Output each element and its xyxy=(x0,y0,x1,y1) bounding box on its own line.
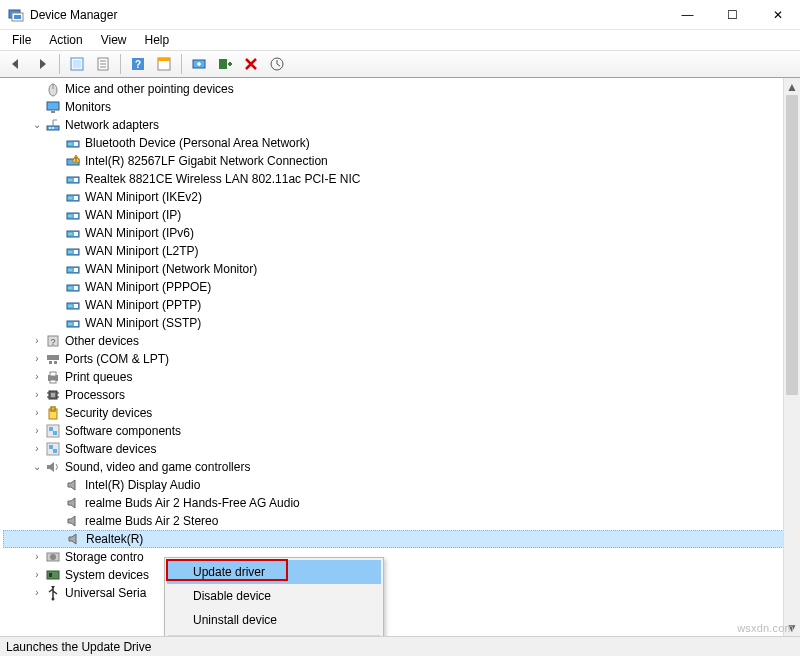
tree-item[interactable]: WAN Miniport (SSTP) xyxy=(3,314,800,332)
expand-icon[interactable]: › xyxy=(31,587,43,599)
view-options-button[interactable] xyxy=(265,53,289,75)
tree-item-label: Security devices xyxy=(65,404,152,422)
back-button[interactable] xyxy=(4,53,28,75)
tree-item[interactable]: ›Storage contro xyxy=(3,548,800,566)
tree-item[interactable]: WAN Miniport (PPTP) xyxy=(3,296,800,314)
details-button[interactable] xyxy=(152,53,176,75)
tree-item[interactable]: ›Ports (COM & LPT) xyxy=(3,350,800,368)
tree-item[interactable]: Intel(R) Display Audio xyxy=(3,476,800,494)
close-button[interactable]: ✕ xyxy=(755,0,800,29)
expand-icon[interactable]: › xyxy=(31,335,43,347)
tree-item-label: Intel(R) 82567LF Gigabit Network Connect… xyxy=(85,152,328,170)
svg-rect-90 xyxy=(49,573,52,577)
svg-rect-74 xyxy=(51,393,55,397)
uninstall-button[interactable] xyxy=(239,53,263,75)
svg-rect-72 xyxy=(50,380,56,383)
nic-icon xyxy=(65,243,81,259)
expand-placeholder xyxy=(52,533,64,545)
minimize-button[interactable]: — xyxy=(665,0,710,29)
tree-item[interactable]: ›Print queues xyxy=(3,368,800,386)
tree-item[interactable]: Realtek 8821CE Wireless LAN 802.11ac PCI… xyxy=(3,170,800,188)
expand-icon[interactable]: › xyxy=(31,551,43,563)
update-driver-button[interactable] xyxy=(187,53,211,75)
storage-icon xyxy=(45,549,61,565)
tree-item[interactable]: ›Universal Seria xyxy=(3,584,800,602)
forward-button[interactable] xyxy=(30,53,54,75)
help-button[interactable]: ? xyxy=(126,53,150,75)
svg-rect-48 xyxy=(74,250,78,254)
scan-hardware-button[interactable] xyxy=(213,53,237,75)
tree-item-label: WAN Miniport (IKEv2) xyxy=(85,188,202,206)
tree-item[interactable]: ⌄Sound, video and game controllers xyxy=(3,458,800,476)
tree-item[interactable]: ›Software components xyxy=(3,422,800,440)
svg-rect-89 xyxy=(47,571,59,579)
collapse-icon[interactable]: ⌄ xyxy=(31,461,43,473)
expand-icon[interactable]: › xyxy=(31,353,43,365)
expand-icon[interactable]: › xyxy=(31,407,43,419)
tree-item[interactable]: ›System devices xyxy=(3,566,800,584)
tree-item[interactable]: !Intel(R) 82567LF Gigabit Network Connec… xyxy=(3,152,800,170)
svg-rect-36 xyxy=(74,196,78,200)
tree-item[interactable]: ›?Other devices xyxy=(3,332,800,350)
expand-icon[interactable]: › xyxy=(31,389,43,401)
properties-button[interactable] xyxy=(91,53,115,75)
show-hidden-button[interactable] xyxy=(65,53,89,75)
tree-item[interactable]: WAN Miniport (IPv6) xyxy=(3,224,800,242)
tree-item-label: WAN Miniport (L2TP) xyxy=(85,242,199,260)
tree-item[interactable]: WAN Miniport (Network Monitor) xyxy=(3,260,800,278)
maximize-button[interactable]: ☐ xyxy=(710,0,755,29)
tree-item[interactable]: ⌄Network adapters xyxy=(3,116,800,134)
tree-item[interactable]: WAN Miniport (PPPOE) xyxy=(3,278,800,296)
tree-item-label: Realtek(R) xyxy=(86,530,143,548)
svg-point-88 xyxy=(50,554,56,560)
expand-placeholder xyxy=(51,227,63,239)
context-menu-item-label: Disable device xyxy=(193,589,271,603)
expand-icon[interactable]: › xyxy=(31,425,43,437)
expand-icon[interactable]: › xyxy=(31,569,43,581)
expand-placeholder xyxy=(31,101,43,113)
expand-icon[interactable]: › xyxy=(31,371,43,383)
expand-placeholder xyxy=(51,209,63,221)
tree-item[interactable]: realme Buds Air 2 Stereo xyxy=(3,512,800,530)
menu-help[interactable]: Help xyxy=(137,31,178,49)
tree-item[interactable]: ›Software devices xyxy=(3,440,800,458)
tree-item[interactable]: Bluetooth Device (Personal Area Network) xyxy=(3,134,800,152)
svg-point-46 xyxy=(68,251,70,253)
expand-placeholder xyxy=(51,515,63,527)
svg-text:!: ! xyxy=(75,156,77,162)
tree-item[interactable]: WAN Miniport (IP) xyxy=(3,206,800,224)
svg-point-58 xyxy=(68,305,70,307)
tree-item[interactable]: ›Security devices xyxy=(3,404,800,422)
svg-rect-14 xyxy=(219,59,227,69)
tree-item-label: Ports (COM & LPT) xyxy=(65,350,169,368)
svg-text:?: ? xyxy=(135,59,141,70)
tree-item[interactable]: Realtek(R) xyxy=(3,530,800,548)
expand-icon[interactable]: › xyxy=(31,443,43,455)
svg-point-43 xyxy=(70,233,72,235)
context-menu-item[interactable]: Uninstall device xyxy=(167,608,381,632)
tree-item[interactable]: WAN Miniport (L2TP) xyxy=(3,242,800,260)
scroll-up-icon[interactable]: ▲ xyxy=(784,78,800,95)
svg-point-42 xyxy=(68,233,70,235)
tree-item[interactable]: Mice and other pointing devices xyxy=(3,80,800,98)
context-menu-item[interactable]: Update driver xyxy=(167,560,381,584)
tree-item[interactable]: WAN Miniport (IKEv2) xyxy=(3,188,800,206)
tree-item[interactable]: Monitors xyxy=(3,98,800,116)
svg-point-51 xyxy=(70,269,72,271)
menu-action[interactable]: Action xyxy=(41,31,90,49)
expand-placeholder xyxy=(31,83,43,95)
toolbar: ? xyxy=(0,50,800,78)
context-menu-item[interactable]: Disable device xyxy=(167,584,381,608)
tree-item[interactable]: ›Processors xyxy=(3,386,800,404)
device-tree[interactable]: Mice and other pointing devicesMonitors⌄… xyxy=(0,78,800,604)
scroll-thumb[interactable] xyxy=(786,95,798,395)
menu-view[interactable]: View xyxy=(93,31,135,49)
tree-item[interactable]: realme Buds Air 2 Hands-Free AG Audio xyxy=(3,494,800,512)
network-icon xyxy=(45,117,61,133)
mouse-icon xyxy=(45,81,61,97)
tree-item-label: WAN Miniport (Network Monitor) xyxy=(85,260,257,278)
collapse-icon[interactable]: ⌄ xyxy=(31,119,43,131)
vertical-scrollbar[interactable]: ▲ ▼ xyxy=(783,78,800,636)
menu-file[interactable]: File xyxy=(4,31,39,49)
svg-rect-52 xyxy=(74,268,78,272)
